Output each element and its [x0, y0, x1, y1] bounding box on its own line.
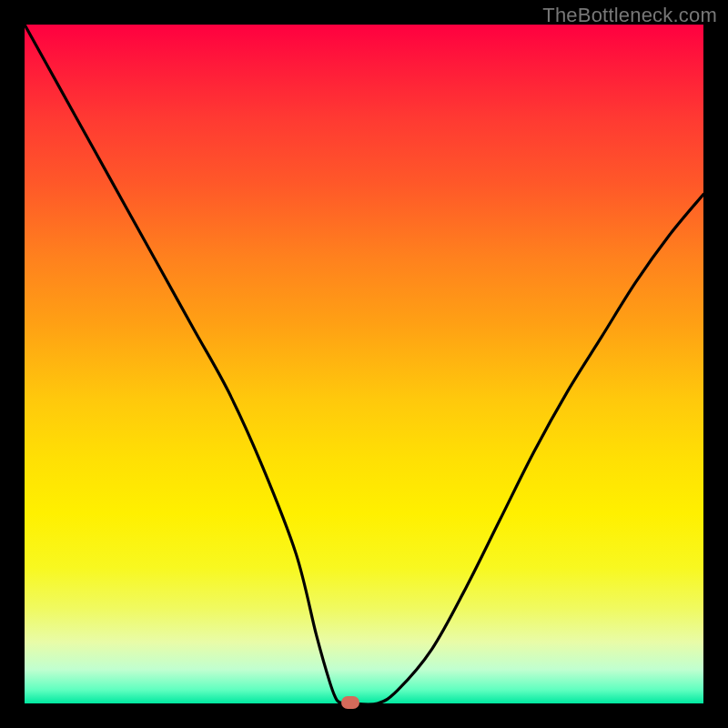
outer-frame: TheBottleneck.com: [0, 0, 728, 728]
optimal-point-marker: [341, 696, 359, 709]
watermark-text: TheBottleneck.com: [542, 4, 717, 27]
chart-svg: [25, 25, 703, 703]
bottleneck-curve: [25, 25, 703, 703]
